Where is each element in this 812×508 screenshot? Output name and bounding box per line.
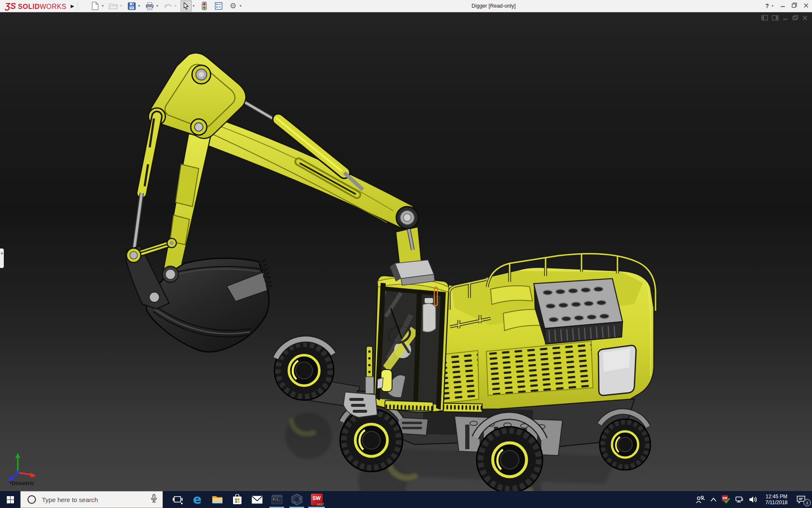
- file-properties-icon: [214, 1, 224, 11]
- new-document-button[interactable]: ▼: [89, 1, 105, 11]
- dropdown-caret-icon[interactable]: ▼: [239, 5, 242, 7]
- wheel-front-left: [340, 409, 403, 472]
- feature-pane-flyout-tab[interactable]: [0, 248, 4, 268]
- help-button[interactable]: ?: [765, 3, 769, 9]
- hexagon-app-icon: [291, 494, 303, 505]
- undo-arrow-icon: [163, 1, 173, 11]
- gear-icon: ⚙: [230, 2, 236, 10]
- save-button[interactable]: ▼: [125, 1, 142, 11]
- command-prompt-button[interactable]: C:\_: [267, 491, 287, 508]
- doc-close-button[interactable]: [802, 15, 808, 21]
- microsoft-edge-button[interactable]: e: [187, 491, 207, 508]
- task-view-button[interactable]: [167, 491, 187, 508]
- solidworks-logo-solid: SOLID: [18, 3, 40, 11]
- windows-taskbar: Type here to search e: [0, 491, 812, 508]
- rebuild-traffic-light-icon: [199, 1, 209, 11]
- mail-button[interactable]: [247, 491, 267, 508]
- select-button[interactable]: ▼: [180, 1, 196, 11]
- excavator-model: [0, 12, 812, 491]
- microsoft-store-button[interactable]: [227, 491, 247, 508]
- sw-icon-year: 2017: [317, 502, 324, 506]
- print-button[interactable]: ▼: [143, 1, 160, 11]
- hidden-icons-chevron[interactable]: [707, 491, 720, 508]
- people-button[interactable]: [693, 491, 707, 508]
- flyout-dot-icon: [1, 252, 3, 254]
- dropdown-caret-icon[interactable]: ▼: [119, 5, 123, 7]
- system-tray: SW 12:45 PM 7/11/2018: [693, 491, 810, 508]
- dropdown-caret-icon[interactable]: ▼: [192, 5, 195, 7]
- taskbar-apps: e C:\_: [167, 491, 326, 508]
- command-prompt-text: C:\_: [273, 498, 280, 501]
- solidworks-logo-works: WORKS: [40, 3, 66, 11]
- solidworks-monitor-tray[interactable]: SW: [720, 491, 732, 508]
- orientation-triad-icon: [5, 451, 41, 484]
- rebuild-button[interactable]: [198, 1, 211, 11]
- chevron-up-icon: [709, 497, 718, 502]
- network-tray[interactable]: [732, 491, 746, 508]
- dropdown-caret-icon[interactable]: ▼: [174, 5, 177, 7]
- dropdown-caret-icon[interactable]: ▼: [156, 5, 159, 7]
- minimize-button[interactable]: [780, 2, 785, 10]
- dropdown-caret-icon[interactable]: ▼: [101, 5, 104, 7]
- doc-minimize-button[interactable]: [782, 15, 788, 21]
- title-bar: ƷS SOLID WORKS ▶ ▼ ▼ ▼ ▼ ▼ ▼: [0, 0, 812, 12]
- taskbar-search-input[interactable]: Type here to search: [20, 491, 163, 508]
- wheel-rear-right: [600, 419, 650, 470]
- hexagon-app-button[interactable]: [287, 491, 307, 508]
- sw-icon-label: SW: [311, 495, 323, 501]
- pane-left-button[interactable]: [761, 15, 768, 21]
- windows-logo-icon: [7, 496, 14, 503]
- start-button[interactable]: [0, 491, 20, 508]
- solidworks-2017-button[interactable]: SW 2017: [307, 491, 326, 508]
- doc-restore-button[interactable]: [792, 15, 798, 21]
- notification-badge: 2: [804, 499, 811, 506]
- close-button[interactable]: [804, 2, 809, 10]
- upper-body: [432, 253, 656, 412]
- print-icon: [145, 1, 155, 11]
- open-button[interactable]: ▼: [107, 1, 123, 11]
- undo-button[interactable]: ▼: [162, 1, 178, 11]
- volume-tray[interactable]: [746, 491, 760, 508]
- action-center-button[interactable]: 2: [793, 491, 810, 508]
- view-orientation-label: *Dimetric: [9, 480, 34, 486]
- search-placeholder: Type here to search: [42, 496, 151, 503]
- command-prompt-icon: C:\_: [272, 495, 283, 504]
- engine-block: [534, 279, 623, 344]
- tray-time: 12:45 PM: [763, 494, 790, 500]
- mail-icon: [252, 496, 263, 504]
- file-explorer-button[interactable]: [207, 491, 227, 508]
- edge-icon: e: [193, 493, 201, 506]
- solidworks-logo-mark-icon: ƷS: [5, 1, 16, 11]
- dropdown-caret-icon[interactable]: ▼: [137, 5, 141, 7]
- solidworks-logo: ƷS SOLID WORKS: [0, 1, 69, 11]
- help-caret-icon[interactable]: ▼: [771, 5, 774, 7]
- speaker-icon: [748, 495, 758, 504]
- body-tread-strip: [440, 403, 482, 412]
- microphone-icon[interactable]: [151, 494, 157, 505]
- window-title: Digger [Read-only]: [472, 0, 516, 12]
- sw-check-icon: SW: [722, 495, 730, 504]
- file-properties-button[interactable]: [212, 1, 225, 11]
- clock[interactable]: 12:45 PM 7/11/2018: [760, 491, 793, 508]
- options-button[interactable]: ⚙ ▼: [227, 1, 243, 11]
- cortana-icon: [27, 495, 36, 504]
- file-explorer-icon: [212, 495, 223, 504]
- store-icon: [232, 494, 242, 505]
- new-document-icon: [90, 1, 100, 11]
- network-icon: [735, 495, 744, 504]
- wheel-front-right: [477, 427, 543, 491]
- help-icon: ?: [765, 3, 769, 9]
- bucket: [126, 238, 272, 352]
- menu-flyout-arrow-icon[interactable]: ▶: [69, 3, 77, 9]
- pane-right-button[interactable]: [772, 15, 779, 21]
- restore-button[interactable]: [792, 2, 797, 10]
- cab: [343, 260, 449, 417]
- tray-date: 7/11/2018: [763, 500, 790, 505]
- open-folder-icon: [108, 1, 118, 11]
- select-cursor-icon: [181, 1, 191, 11]
- graphics-area[interactable]: *Dimetric: [0, 12, 812, 491]
- toolbar-separator: [77, 2, 78, 10]
- rear-window: [598, 345, 636, 395]
- solidworks-2017-icon: SW 2017: [311, 494, 323, 505]
- task-view-icon: [173, 494, 183, 505]
